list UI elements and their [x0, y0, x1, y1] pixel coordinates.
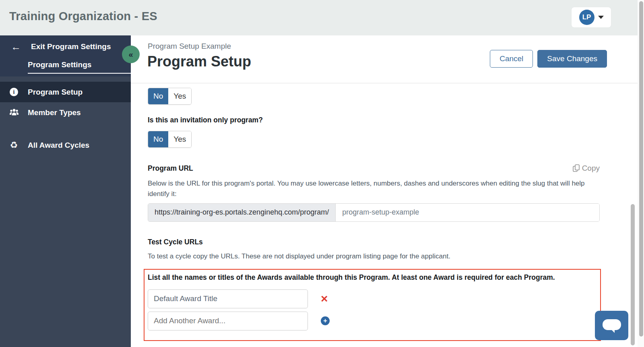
user-menu-button[interactable]: LP: [572, 7, 611, 27]
chevron-down-icon: [598, 16, 604, 19]
app-header: Training Organization - ES LP: [0, 0, 644, 35]
add-award-row: +: [148, 312, 600, 330]
toggle-invitation-no[interactable]: No: [148, 131, 168, 147]
copy-url-button[interactable]: Copy: [573, 164, 600, 173]
sidebar-collapse-button[interactable]: «: [122, 45, 140, 63]
program-url-description: Below is the URL for this program's port…: [148, 178, 594, 200]
sidebar-top-section: ← Exit Program Settings Program Settings: [0, 35, 131, 76]
chat-bubble-tail: [611, 329, 615, 333]
avatar[interactable]: LP: [579, 10, 594, 25]
app-title: Training Organization - ES: [9, 10, 157, 23]
test-cycle-urls-description: To test a cycle copy the URLs. These are…: [148, 252, 638, 260]
content-scrollbar[interactable]: [631, 204, 635, 345]
page-scrollbar-track: [638, 0, 644, 347]
page-header: Program Setup Example Program Setup Canc…: [131, 35, 638, 83]
chat-widget-button[interactable]: [595, 311, 628, 340]
awards-instruction: List all the names or titles of the Awar…: [148, 273, 600, 282]
sidebar: ← Exit Program Settings Program Settings…: [0, 35, 131, 347]
exit-program-settings-button[interactable]: ← Exit Program Settings: [0, 35, 131, 52]
sidebar-item-program-setup[interactable]: i Program Setup: [0, 82, 131, 102]
invitation-question-label: Is this an invitation only program?: [148, 116, 638, 124]
add-award-icon[interactable]: +: [321, 316, 330, 325]
form-content: No Yes Is this an invitation only progra…: [131, 83, 638, 341]
award-row: ×: [148, 289, 600, 308]
sidebar-item-all-award-cycles[interactable]: ♻ All Award Cycles: [0, 135, 131, 155]
page-scrollbar[interactable]: [639, 1, 643, 337]
toggle-top: No Yes: [148, 88, 192, 105]
info-icon: i: [0, 88, 28, 96]
copy-label: Copy: [582, 164, 600, 173]
url-prefix: https://training-org-es.portals.zengineh…: [148, 204, 336, 221]
program-url-label: Program URL: [148, 164, 193, 173]
remove-award-icon[interactable]: ×: [321, 294, 328, 304]
url-slug-input[interactable]: [336, 204, 599, 221]
header-actions: Cancel Save Changes: [490, 50, 607, 68]
copy-icon: [573, 164, 580, 172]
main-panel: Program Setup Example Program Setup Canc…: [131, 35, 638, 347]
program-url-field: https://training-org-es.portals.zengineh…: [148, 203, 600, 222]
sidebar-item-member-types[interactable]: Member Types: [0, 102, 131, 123]
toggle-top-yes[interactable]: Yes: [168, 88, 191, 104]
members-icon: [0, 109, 28, 116]
sidebar-nav: i Program Setup Member Types ♻ All Award…: [0, 76, 131, 155]
page-title: Program Setup: [147, 53, 251, 70]
cycles-icon: ♻: [0, 141, 28, 150]
cancel-button[interactable]: Cancel: [490, 50, 533, 68]
add-award-input[interactable]: [148, 312, 308, 330]
exit-program-settings-label: Exit Program Settings: [31, 42, 111, 51]
toggle-invitation: No Yes: [148, 131, 192, 148]
back-arrow-icon: ←: [11, 41, 21, 52]
breadcrumb: Program Setup Example: [148, 42, 231, 51]
save-changes-button[interactable]: Save Changes: [537, 50, 607, 68]
test-cycle-urls-label: Test Cycle URLs: [148, 238, 638, 246]
program-url-row: Program URL Copy: [148, 164, 600, 173]
sidebar-divider-gap: [0, 123, 131, 135]
toggle-top-no[interactable]: No: [148, 88, 168, 104]
chat-bubble-icon: [603, 319, 621, 330]
award-title-input[interactable]: [148, 289, 308, 308]
sidebar-section-title: Program Settings: [28, 60, 131, 74]
awards-annotation-box: List all the names or titles of the Awar…: [144, 269, 601, 341]
toggle-invitation-yes[interactable]: Yes: [168, 131, 191, 147]
